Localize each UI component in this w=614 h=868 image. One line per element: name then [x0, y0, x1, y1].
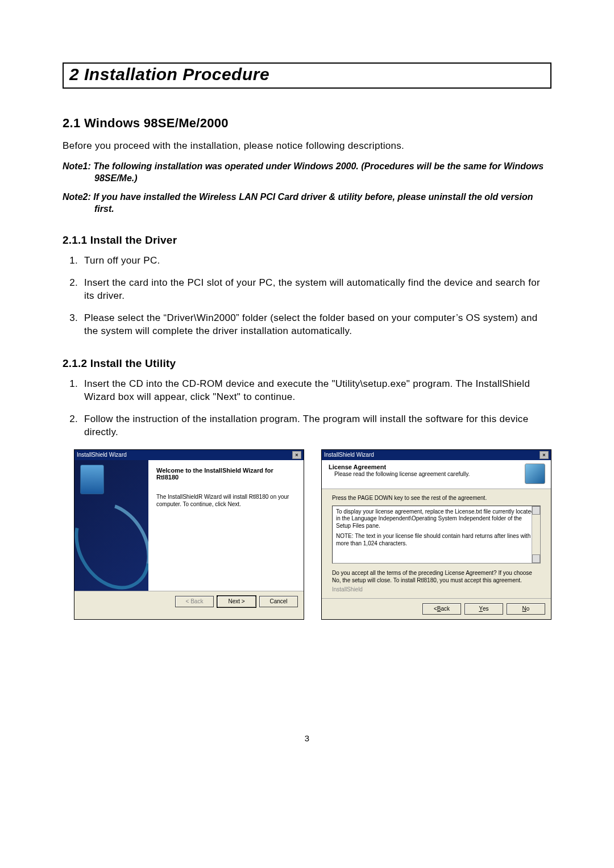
titlebar: InstallShield Wizard ×	[322, 450, 551, 460]
back-button: < Back	[175, 596, 214, 607]
titlebar: InstallShield Wizard ×	[74, 450, 304, 460]
list-item: Insert the CD into the CD-ROM device and…	[81, 378, 551, 404]
section-intro: Before you proceed with the installation…	[63, 140, 551, 152]
window-title: InstallShield Wizard	[77, 452, 127, 458]
note2: Note2: If you have installed the Wireles…	[63, 191, 551, 215]
license-accept-text: Do you accept all the terms of the prece…	[332, 569, 541, 584]
chapter-heading-box: 2 Installation Procedure	[63, 62, 551, 89]
cancel-button[interactable]: Cancel	[259, 596, 298, 607]
note1: Note1: The following installation was op…	[63, 161, 551, 185]
page-number: 3	[63, 733, 551, 743]
close-icon[interactable]: ×	[540, 451, 549, 459]
license-instruction: Press the PAGE DOWN key to see the rest …	[332, 495, 541, 501]
license-header-sub: Please read the following license agreem…	[334, 471, 470, 477]
install-wizard-welcome: InstallShield Wizard × Welcome to the In…	[74, 449, 304, 620]
window-title: InstallShield Wizard	[324, 452, 374, 458]
license-line: To display your license agreement, repla…	[336, 508, 537, 530]
license-textbox[interactable]: To display your license agreement, repla…	[332, 506, 541, 564]
driver-steps: Turn off your PC. Insert the card into t…	[63, 254, 551, 338]
section-2-1-1-title: 2.1.1 Install the Driver	[63, 234, 551, 247]
list-item: Insert the card into the PCI slot of you…	[81, 277, 551, 303]
wizard-body-text: The InstallShieldR Wizard will install R…	[156, 493, 296, 508]
swirl-graphic	[74, 489, 148, 591]
license-line: NOTE: The text in your license file shou…	[336, 533, 537, 547]
back-button[interactable]: < Back	[422, 603, 461, 615]
section-2-1-2-title: 2.1.2 Install the Utility	[63, 357, 551, 370]
wizard-sidebar-graphic	[74, 460, 148, 591]
chapter-title: 2 Installation Procedure	[69, 65, 545, 84]
scrollbar[interactable]	[532, 506, 540, 563]
install-wizard-license: InstallShield Wizard × License Agreement…	[321, 449, 551, 620]
close-icon[interactable]: ×	[292, 451, 301, 459]
no-button[interactable]: No	[507, 603, 545, 615]
wizard-heading: Welcome to the InstallShield Wizard for …	[156, 467, 296, 481]
list-item: Follow the instruction of the installati…	[81, 413, 551, 439]
yes-button[interactable]: Yes	[464, 603, 503, 615]
next-button[interactable]: Next >	[217, 596, 256, 607]
license-header-title: License Agreement	[329, 464, 470, 470]
installer-icon	[525, 464, 545, 484]
list-item: Please select the “Driver\Win2000” folde…	[81, 312, 551, 338]
software-box-icon	[80, 465, 104, 494]
utility-steps: Insert the CD into the CD-ROM device and…	[63, 378, 551, 439]
installshield-label: InstallShield	[332, 586, 541, 592]
section-2-1-title: 2.1 Windows 98SE/Me/2000	[63, 116, 551, 131]
list-item: Turn off your PC.	[81, 254, 551, 268]
